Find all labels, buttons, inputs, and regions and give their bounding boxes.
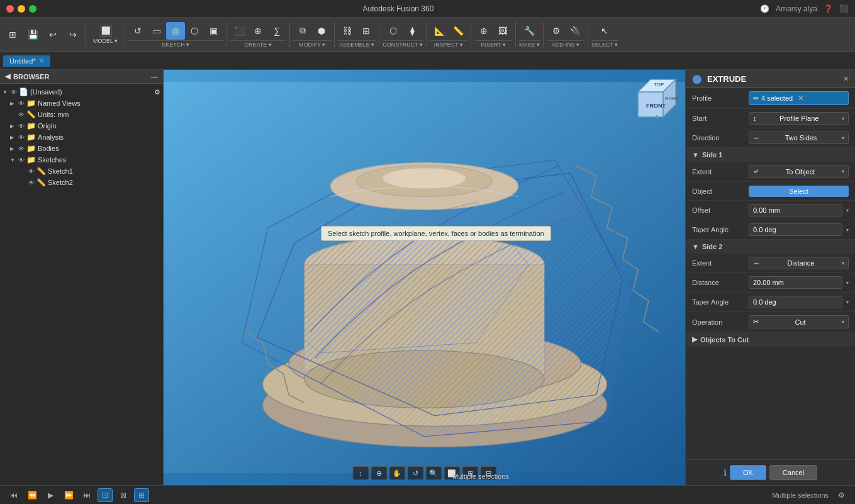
make-label[interactable]: MAKE ▾ bbox=[519, 40, 540, 48]
construct-btn-2[interactable]: ⧫ bbox=[403, 22, 422, 40]
ok-button[interactable]: OK bbox=[730, 465, 766, 480]
objects-to-cut-header[interactable]: ▶ Objects To Cut bbox=[686, 332, 855, 347]
inspect-label[interactable]: INSPECT ▾ bbox=[430, 40, 467, 48]
view-mode-btn-1[interactable]: ⊡ bbox=[98, 488, 113, 502]
select-label[interactable]: SELECT ▾ bbox=[591, 40, 618, 48]
addins-btn-1[interactable]: ⚙ bbox=[547, 22, 566, 40]
eye-icon-sketch1[interactable]: 👁 bbox=[28, 168, 35, 175]
side2-taper-input[interactable]: 0.0 deg bbox=[749, 296, 842, 308]
direction-select[interactable]: ↔ Two Sides ▾ bbox=[749, 132, 849, 144]
maximize-button[interactable] bbox=[29, 5, 36, 13]
redo-button[interactable]: ↪ bbox=[64, 26, 82, 43]
3d-viewport[interactable]: FRONT TOP RIGHT Select sketch profile, w… bbox=[164, 70, 685, 485]
assemble-btn-2[interactable]: ⊞ bbox=[357, 22, 376, 40]
vc-pan-button[interactable]: ✋ bbox=[389, 466, 405, 480]
tree-item-bodies[interactable]: ▶ 👁 📁 Bodies bbox=[0, 143, 163, 154]
eye-icon-sketches[interactable]: 👁 bbox=[18, 157, 25, 164]
close-button[interactable] bbox=[6, 5, 14, 13]
sketch-btn-4[interactable]: ⬡ bbox=[185, 22, 204, 40]
tree-item-origin[interactable]: ▶ 👁 📁 Origin bbox=[0, 120, 163, 132]
nav-cube[interactable]: FRONT TOP RIGHT bbox=[635, 76, 679, 120]
playback-forward-end[interactable]: ⏭ bbox=[79, 488, 94, 502]
settings-icon-unsaved[interactable]: ⚙ bbox=[154, 88, 160, 96]
browser-collapse-icon[interactable]: — bbox=[151, 73, 158, 81]
eye-icon-unsaved[interactable]: 👁 bbox=[11, 89, 17, 96]
insert-btn-1[interactable]: ⊕ bbox=[474, 22, 493, 40]
construct-btn-1[interactable]: ⬡ bbox=[384, 22, 403, 40]
assemble-btn-1[interactable]: ⛓ bbox=[338, 22, 357, 40]
start-select[interactable]: ↕ Profile Plane ▾ bbox=[749, 112, 849, 125]
tree-item-sketch1[interactable]: 👁 ✏️ Sketch1 bbox=[0, 165, 163, 177]
tree-item-analysis[interactable]: ▶ 👁 📁 Analysis bbox=[0, 132, 163, 143]
info-icon[interactable]: ℹ bbox=[724, 468, 727, 478]
model-mode-button[interactable]: 🔲 MODEL ▾ bbox=[89, 23, 121, 46]
cancel-button[interactable]: Cancel bbox=[769, 465, 817, 480]
tree-item-sketch2[interactable]: 👁 ✏️ Sketch2 bbox=[0, 177, 163, 188]
side1-taper-chevron[interactable]: ▾ bbox=[846, 227, 849, 233]
create-label[interactable]: CREATE ▾ bbox=[230, 40, 286, 48]
side1-header[interactable]: ▼ Side 1 bbox=[686, 148, 855, 162]
side1-taper-input[interactable]: 0.0 deg bbox=[749, 223, 842, 236]
create-btn-2[interactable]: ⊕ bbox=[249, 22, 267, 40]
sketch-btn-3[interactable]: ◎ bbox=[166, 22, 185, 40]
tree-item-named-views[interactable]: ▶ 👁 📁 Named Views bbox=[0, 98, 163, 109]
insert-btn-2[interactable]: 🖼 bbox=[493, 22, 512, 40]
construct-label[interactable]: CONSTRUCT ▾ bbox=[383, 40, 423, 48]
operation-select[interactable]: ✂ Cut ▾ bbox=[749, 315, 849, 328]
side1-extent-select[interactable]: ⤶ To Object ▾ bbox=[749, 165, 849, 178]
inspect-btn-1[interactable]: 📐 bbox=[430, 22, 449, 40]
side2-taper-chevron[interactable]: ▾ bbox=[846, 300, 849, 305]
save-button[interactable]: 💾 bbox=[23, 26, 42, 43]
side2-header[interactable]: ▼ Side 2 bbox=[686, 240, 855, 254]
eye-icon-analysis[interactable]: 👁 bbox=[18, 134, 25, 141]
sketch-btn-1[interactable]: ↺ bbox=[128, 22, 147, 40]
select-btn-toolbar[interactable]: ↖ bbox=[595, 22, 614, 40]
addins-btn-2[interactable]: 🔌 bbox=[566, 22, 584, 40]
side1-offset-chevron[interactable]: ▾ bbox=[846, 208, 849, 213]
settings-button[interactable]: ⚙ bbox=[834, 488, 849, 502]
tree-item-units[interactable]: 👁 📏 Units: mm bbox=[0, 109, 163, 120]
window-maximize-icon[interactable]: ⬛ bbox=[839, 4, 849, 13]
sketch-btn-2[interactable]: ▭ bbox=[147, 22, 166, 40]
help-icon[interactable]: ❓ bbox=[824, 4, 833, 13]
make-btn-1[interactable]: 🔧 bbox=[520, 22, 539, 40]
history-icon[interactable]: 🕐 bbox=[760, 4, 769, 13]
playback-back[interactable]: ⏪ bbox=[25, 488, 40, 502]
modify-btn-1[interactable]: ⧉ bbox=[293, 22, 312, 40]
playback-play[interactable]: ▶ bbox=[43, 488, 58, 502]
minimize-button[interactable] bbox=[18, 5, 25, 13]
tab-close-button[interactable]: ✕ bbox=[39, 57, 44, 64]
active-tab[interactable]: Untitled* ✕ bbox=[3, 55, 50, 67]
tree-item-unsaved[interactable]: ▼ 👁 📄 (Unsaved) ⚙ bbox=[0, 86, 163, 98]
inspect-btn-2[interactable]: 📏 bbox=[449, 22, 467, 40]
side1-offset-input[interactable]: 0.00 mm bbox=[749, 204, 842, 216]
side2-extent-select[interactable]: ↔ Distance ▾ bbox=[749, 257, 849, 269]
eye-icon-named-views[interactable]: 👁 bbox=[18, 100, 25, 107]
modify-btn-2[interactable]: ⬢ bbox=[312, 22, 331, 40]
side2-distance-chevron[interactable]: ▾ bbox=[846, 280, 849, 286]
addins-label[interactable]: ADD-INS ▾ bbox=[547, 40, 584, 48]
eye-icon-bodies[interactable]: 👁 bbox=[18, 145, 25, 152]
view-mode-btn-2[interactable]: ⊠ bbox=[116, 488, 131, 502]
panel-close-icon[interactable]: ✕ bbox=[843, 75, 849, 83]
sketch-label[interactable]: SKETCH ▾ bbox=[128, 40, 223, 48]
undo-button[interactable]: ↩ bbox=[43, 26, 62, 43]
modify-label[interactable]: MODIFY ▾ bbox=[293, 40, 331, 48]
side2-distance-input[interactable]: 20.00 mm bbox=[749, 276, 842, 289]
playback-forward[interactable]: ⏩ bbox=[61, 488, 76, 502]
profile-input[interactable]: ✏ 4 selected ✕ bbox=[749, 91, 849, 105]
side1-object-select-button[interactable]: Select bbox=[749, 186, 849, 197]
sketch-btn-5[interactable]: ▣ bbox=[204, 22, 223, 40]
create-btn-1[interactable]: ⬛ bbox=[230, 22, 249, 40]
vc-fit-button[interactable]: ⊕ bbox=[371, 466, 387, 480]
user-name[interactable]: Amarsy alya bbox=[776, 4, 817, 13]
eye-icon-units[interactable]: 👁 bbox=[18, 111, 25, 118]
create-btn-3[interactable]: ∑ bbox=[267, 22, 286, 40]
insert-label[interactable]: INSERT ▾ bbox=[474, 40, 512, 48]
grid-button[interactable]: ⊞ bbox=[3, 26, 22, 43]
eye-icon-sketch2[interactable]: 👁 bbox=[28, 179, 35, 186]
vc-zoom-button[interactable]: 🔍 bbox=[425, 466, 442, 480]
tree-item-sketches[interactable]: ▼ 👁 📁 Sketches bbox=[0, 154, 163, 165]
vc-rotate-button[interactable]: ↺ bbox=[407, 466, 423, 480]
view-mode-btn-3[interactable]: ⊞ bbox=[134, 488, 149, 502]
